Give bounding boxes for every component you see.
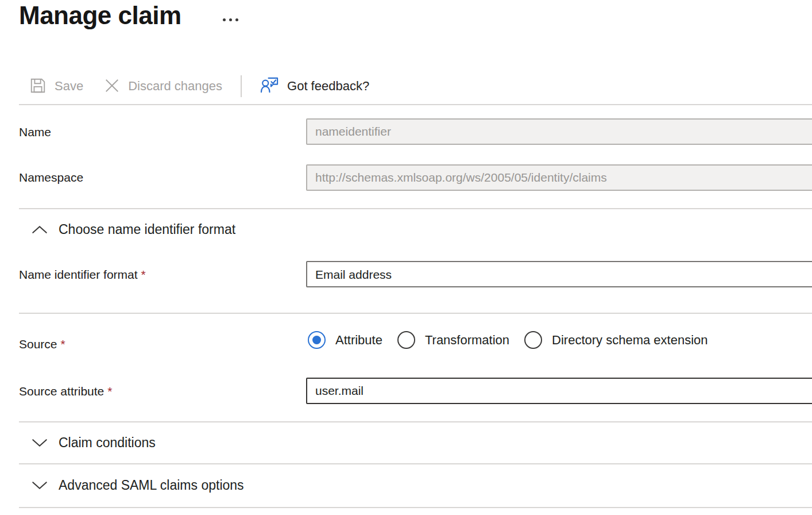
section-divider-2 (19, 313, 812, 314)
chevron-down-icon (32, 438, 48, 448)
source-label: Source* (19, 337, 65, 351)
close-icon (104, 78, 120, 95)
manage-claim-page: Manage claim Save Discard (0, 0, 812, 515)
toolbar-separator (241, 75, 242, 97)
section-divider-1 (19, 208, 812, 209)
section-divider-3 (19, 421, 812, 422)
section-label: Choose name identifier format (59, 222, 235, 237)
radio-label: Attribute (335, 333, 382, 348)
required-asterisk: * (107, 385, 112, 398)
chevron-down-icon (32, 481, 48, 490)
section-label: Advanced SAML claims options (59, 478, 244, 493)
section-divider-5 (19, 507, 812, 508)
required-asterisk: * (141, 268, 146, 281)
section-choose-name-identifier-format[interactable]: Choose name identifier format (32, 222, 235, 237)
save-button-label: Save (55, 79, 83, 94)
name-identifier-format-select[interactable]: Email address (306, 261, 812, 287)
required-asterisk: * (61, 337, 65, 351)
discard-changes-button[interactable]: Discard changes (94, 73, 233, 99)
toolbar-divider (19, 104, 812, 105)
name-input (306, 118, 812, 145)
command-bar: Save Discard changes Got feedb (19, 73, 380, 99)
namespace-input (306, 164, 812, 191)
radio-circle (397, 331, 415, 349)
radio-circle (308, 331, 326, 349)
section-advanced-saml-claims-options[interactable]: Advanced SAML claims options (32, 478, 244, 493)
section-label: Claim conditions (59, 435, 156, 451)
source-attribute-input[interactable] (306, 378, 812, 404)
radio-attribute[interactable]: Attribute (308, 331, 382, 349)
page-title: Manage claim (19, 1, 181, 30)
source-attribute-label: Source attribute* (19, 385, 112, 398)
section-claim-conditions[interactable]: Claim conditions (32, 435, 156, 451)
got-feedback-label: Got feedback? (287, 79, 369, 94)
radio-label: Transformation (425, 333, 509, 348)
chevron-up-icon (32, 225, 48, 235)
namespace-field-label: Namespace (19, 171, 83, 185)
name-field-label: Name (19, 125, 51, 139)
save-button[interactable]: Save (19, 73, 94, 99)
name-identifier-format-label: Name identifier format* (19, 268, 146, 282)
radio-label: Directory schema extension (552, 333, 707, 348)
discard-changes-label: Discard changes (128, 79, 222, 94)
save-icon (29, 77, 47, 96)
source-radio-group: Attribute Transformation Directory schem… (308, 331, 708, 349)
got-feedback-button[interactable]: Got feedback? (250, 73, 380, 99)
more-options-icon[interactable] (221, 16, 241, 24)
radio-circle (524, 331, 542, 349)
radio-transformation[interactable]: Transformation (397, 331, 509, 349)
person-feedback-icon (260, 76, 279, 97)
section-divider-4 (19, 463, 812, 464)
radio-directory-schema-extension[interactable]: Directory schema extension (524, 331, 707, 349)
